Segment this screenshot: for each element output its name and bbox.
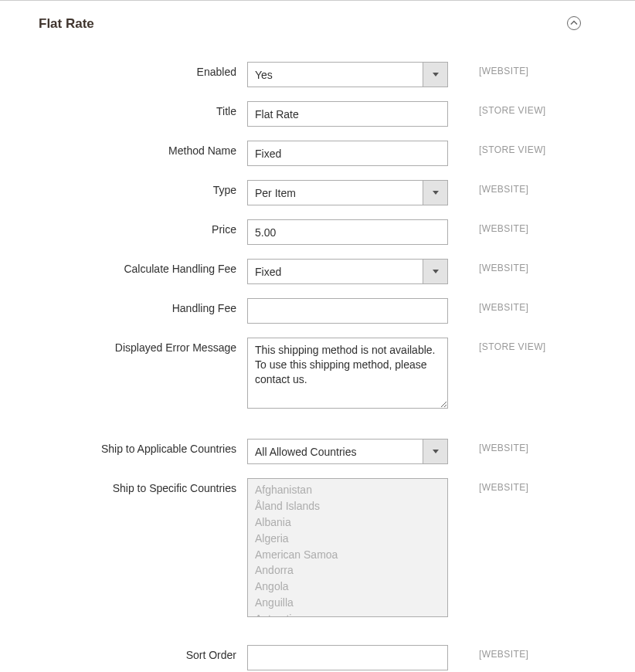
- label-ship-applicable: Ship to Applicable Countries: [101, 443, 236, 455]
- country-option[interactable]: Afghanistan: [248, 482, 447, 498]
- label-ship-specific: Ship to Specific Countries: [113, 482, 236, 494]
- label-method-name: Method Name: [168, 144, 236, 157]
- chevron-down-icon: [423, 62, 448, 87]
- chevron-down-icon: [423, 180, 448, 205]
- select-ship-applicable[interactable]: All Allowed Countries: [247, 439, 448, 464]
- form-table: Enabled Yes [WEBSITE] Title [STORE VIEW]…: [39, 55, 596, 672]
- scope-ship-specific: [WEBSITE]: [479, 482, 528, 493]
- country-option[interactable]: Angola: [248, 579, 447, 595]
- scope-title: [STORE VIEW]: [479, 105, 546, 116]
- row-sort-order: Sort Order [WEBSITE]: [39, 638, 596, 672]
- label-sort-order: Sort Order: [186, 649, 236, 661]
- row-handling-fee: Handling Fee [WEBSITE]: [39, 291, 596, 331]
- country-option[interactable]: Algeria: [248, 531, 447, 547]
- section-title: Flat Rate: [39, 16, 94, 31]
- scope-enabled: [WEBSITE]: [479, 66, 528, 76]
- select-calc-handling[interactable]: Fixed: [247, 259, 448, 284]
- row-enabled: Enabled Yes [WEBSITE]: [39, 55, 596, 94]
- input-method-name[interactable]: [247, 141, 448, 166]
- scope-price: [WEBSITE]: [479, 223, 528, 234]
- country-option[interactable]: Åland Islands: [248, 498, 447, 514]
- scope-sort-order: [WEBSITE]: [479, 649, 528, 660]
- select-enabled-value: Yes: [247, 62, 423, 87]
- country-option[interactable]: American Samoa: [248, 547, 447, 563]
- input-sort-order[interactable]: [247, 645, 448, 670]
- multiselect-ship-specific[interactable]: AfghanistanÅland IslandsAlbaniaAlgeriaAm…: [247, 478, 448, 617]
- scope-type: [WEBSITE]: [479, 184, 528, 195]
- scope-ship-applicable: [WEBSITE]: [479, 443, 528, 453]
- flat-rate-section: Flat Rate Enabled Yes [WEBSITE] Title [S…: [0, 1, 635, 672]
- label-price: Price: [212, 223, 236, 236]
- textarea-error-msg[interactable]: [247, 338, 448, 409]
- row-calc-handling: Calculate Handling Fee Fixed [WEBSITE]: [39, 252, 596, 291]
- collapse-toggle[interactable]: [567, 16, 581, 30]
- section-header: Flat Rate: [39, 16, 596, 32]
- input-handling-fee[interactable]: [247, 298, 448, 324]
- scope-error-msg: [STORE VIEW]: [479, 341, 546, 352]
- select-type[interactable]: Per Item: [247, 180, 448, 205]
- row-ship-specific: Ship to Specific Countries AfghanistanÅl…: [39, 471, 596, 624]
- select-enabled[interactable]: Yes: [247, 62, 448, 87]
- scope-handling-fee: [WEBSITE]: [479, 302, 528, 313]
- label-title: Title: [216, 105, 236, 117]
- label-error-msg: Displayed Error Message: [115, 341, 236, 354]
- chevron-down-icon: [423, 259, 448, 284]
- row-type: Type Per Item [WEBSITE]: [39, 173, 596, 212]
- row-title: Title [STORE VIEW]: [39, 94, 596, 134]
- country-option[interactable]: Albania: [248, 514, 447, 531]
- chevron-down-icon: [423, 439, 448, 464]
- label-type: Type: [213, 184, 236, 196]
- row-price: Price [WEBSITE]: [39, 212, 596, 252]
- select-type-value: Per Item: [247, 180, 423, 205]
- row-method-name: Method Name [STORE VIEW]: [39, 134, 596, 173]
- label-enabled: Enabled: [197, 66, 236, 78]
- country-option[interactable]: Anguilla: [248, 595, 447, 611]
- country-option[interactable]: Antarctica: [248, 611, 447, 617]
- label-handling-fee: Handling Fee: [172, 302, 236, 314]
- input-title[interactable]: [247, 101, 448, 127]
- select-calc-handling-value: Fixed: [247, 259, 423, 284]
- chevron-up-icon: [570, 19, 578, 27]
- scope-calc-handling: [WEBSITE]: [479, 263, 528, 273]
- row-ship-applicable: Ship to Applicable Countries All Allowed…: [39, 432, 596, 471]
- label-calc-handling: Calculate Handling Fee: [124, 263, 236, 275]
- select-ship-applicable-value: All Allowed Countries: [247, 439, 423, 464]
- input-price[interactable]: [247, 219, 448, 245]
- country-option[interactable]: Andorra: [248, 562, 447, 579]
- row-error-msg: Displayed Error Message [STORE VIEW]: [39, 331, 596, 418]
- scope-method-name: [STORE VIEW]: [479, 144, 546, 155]
